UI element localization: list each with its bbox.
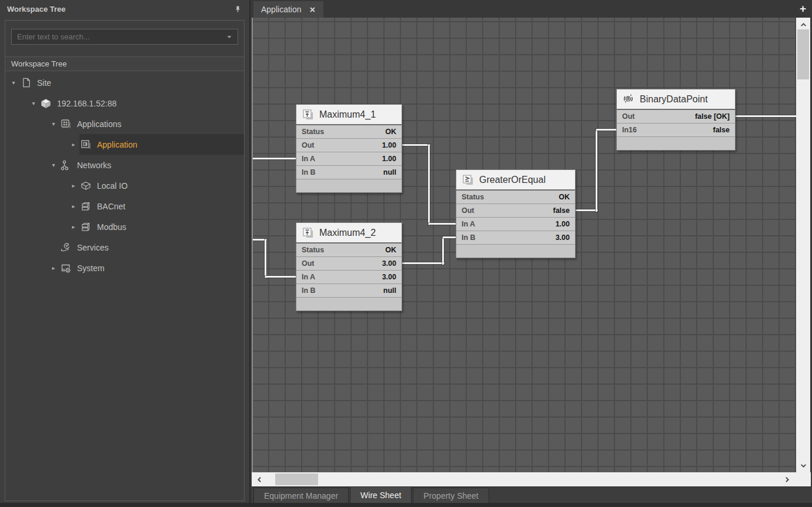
- tree-item-system[interactable]: ▸System: [5, 258, 244, 278]
- block-binarydatapoint[interactable]: BBinaryDataPointOutfalse [OK]In16false: [616, 89, 736, 151]
- block-row-maximum4-2-in-a[interactable]: In A3.00: [296, 271, 402, 284]
- caret-collapsed-icon[interactable]: ▸: [69, 224, 78, 230]
- slot-value: OK: [385, 128, 396, 136]
- slot-value: 1.00: [382, 141, 396, 149]
- block-row-binarydatapoint-out[interactable]: Outfalse [OK]: [617, 110, 735, 124]
- slot-value: OK: [559, 193, 570, 201]
- block-row-maximum4-2-out[interactable]: Out3.00: [296, 257, 402, 271]
- vertical-scrollbar-thumb[interactable]: [797, 29, 809, 79]
- block-header[interactable]: Maximum4_2: [296, 223, 402, 244]
- caret-expanded-icon[interactable]: ▾: [49, 121, 58, 127]
- block-row-greaterorequal-out[interactable]: Outfalse: [456, 204, 575, 218]
- caret-collapsed-icon[interactable]: ▸: [49, 265, 58, 271]
- tree-item-label: Site: [37, 78, 51, 88]
- view-tab-equipment-manager[interactable]: Equipment Manager: [253, 488, 349, 503]
- tree-item-label: BACnet: [97, 202, 125, 211]
- tree-item-applications[interactable]: ▾Applications: [5, 114, 244, 134]
- block-title: Maximum4_1: [319, 109, 376, 120]
- horizontal-scrollbar-thumb[interactable]: [275, 473, 318, 485]
- block-header[interactable]: BBinaryDataPoint: [617, 89, 735, 110]
- workspace-tree: ▾Site▾192.168.1.52:88▾Applications▸Appli…: [5, 71, 244, 278]
- wire-offscreen-left-to-maximum4-1-in-a[interactable]: [253, 158, 298, 159]
- block-row-maximum4-2-status[interactable]: StatusOK: [296, 244, 402, 257]
- block-maximum4-2[interactable]: Maximum4_2StatusOKOut3.00In A3.00In Bnul…: [296, 222, 402, 311]
- wire-maximum4-1-out-to-greaterorequal-in-a[interactable]: [429, 223, 457, 225]
- block-row-binarydatapoint-in16[interactable]: In16false: [617, 124, 735, 137]
- caret-collapsed-icon[interactable]: ▸: [69, 182, 78, 189]
- add-tab-button[interactable]: +: [800, 2, 806, 16]
- slot-label: Status: [302, 128, 324, 136]
- scroll-up-icon[interactable]: [796, 19, 810, 31]
- tree-item-local-io[interactable]: ▸Local IO: [5, 175, 244, 196]
- wire-maximum4-1-out-to-greaterorequal-in-a[interactable]: [402, 144, 430, 146]
- services-hand-check-icon: [59, 241, 72, 254]
- block-maximum4-1[interactable]: Maximum4_1StatusOKOut1.00In A1.00In Bnul…: [296, 104, 402, 193]
- block-header[interactable]: GreaterOrEqual: [456, 170, 575, 191]
- scroll-left-icon[interactable]: [253, 472, 266, 486]
- wire-greaterorequal-out-to-binarydatapoint-in16[interactable]: [576, 209, 598, 211]
- tree-item-label: Modbus: [97, 222, 126, 232]
- slot-label: In B: [462, 234, 476, 242]
- wire-offscreen-left-to-maximum4-2-in-a[interactable]: [265, 239, 266, 278]
- tab-application[interactable]: Application: [253, 1, 323, 18]
- block-header[interactable]: Maximum4_1: [296, 105, 402, 125]
- block-footer: [296, 179, 402, 192]
- block-row-maximum4-1-in-b[interactable]: In Bnull: [296, 166, 402, 179]
- block-row-maximum4-2-in-b[interactable]: In Bnull: [296, 284, 402, 298]
- wire-sheet-canvas[interactable]: Maximum4_1StatusOKOut1.00In A1.00In Bnul…: [252, 18, 796, 472]
- stacked-boxes-icon: [79, 221, 92, 234]
- caret-expanded-icon[interactable]: ▾: [9, 79, 18, 86]
- tree-item-services[interactable]: Services: [5, 237, 244, 258]
- tree-item-application[interactable]: ▸Application: [5, 134, 244, 155]
- block-row-greaterorequal-in-a[interactable]: In A1.00: [456, 218, 575, 231]
- tree-item-site[interactable]: ▾Site: [5, 72, 244, 93]
- slot-label: Out: [302, 259, 315, 268]
- caret-expanded-icon[interactable]: ▾: [29, 100, 38, 106]
- block-row-greaterorequal-in-b[interactable]: In B3.00: [456, 231, 575, 245]
- main-area: Application + Maximum4_1StatusOKOut1.00I…: [252, 0, 812, 507]
- wire-maximum4-1-out-to-greaterorequal-in-a[interactable]: [428, 145, 430, 225]
- document-tabbar: Application +: [252, 0, 812, 18]
- tree-item-modbus[interactable]: ▸Modbus: [5, 216, 244, 237]
- block-greaterorequal[interactable]: GreaterOrEqualStatusOKOutfalseIn A1.00In…: [456, 169, 576, 258]
- wire-offscreen-left-to-maximum4-2-in-a[interactable]: [265, 276, 298, 278]
- tree-item-label: Services: [77, 243, 109, 252]
- slot-value: 3.00: [556, 234, 570, 242]
- view-tab-property-sheet[interactable]: Property Sheet: [413, 488, 489, 503]
- workspace-tree-body: Workspace Tree ▾Site▾192.168.1.52:88▾App…: [5, 20, 245, 501]
- tree-section-header: Workspace Tree: [5, 56, 244, 71]
- wire-binarydatapoint-out-to-offscreen-right[interactable]: [736, 115, 796, 117]
- vertical-scrollbar[interactable]: [796, 18, 810, 472]
- block-row-maximum4-1-in-a[interactable]: In A1.00: [296, 152, 402, 166]
- caret-collapsed-icon[interactable]: ▸: [69, 141, 78, 148]
- chevron-down-icon[interactable]: [226, 34, 232, 40]
- close-icon[interactable]: [309, 6, 316, 13]
- tree-item-bacnet[interactable]: ▸BACnet: [5, 196, 244, 216]
- scroll-down-icon[interactable]: [796, 459, 810, 471]
- wire-maximum4-2-out-to-greaterorequal-in-b[interactable]: [442, 237, 444, 265]
- wire-greaterorequal-out-to-binarydatapoint-in16[interactable]: [596, 129, 618, 131]
- view-tab-label: Property Sheet: [423, 491, 478, 501]
- caret-expanded-icon[interactable]: ▾: [49, 162, 58, 168]
- horizontal-scrollbar[interactable]: [252, 472, 811, 486]
- search-combobox[interactable]: [11, 29, 238, 45]
- block-row-greaterorequal-status[interactable]: StatusOK: [456, 191, 575, 204]
- search-input[interactable]: [17, 32, 226, 41]
- block-row-maximum4-1-out[interactable]: Out1.00: [296, 139, 402, 152]
- caret-collapsed-icon[interactable]: ▸: [69, 203, 78, 209]
- slot-value: 3.00: [382, 273, 396, 281]
- wire-maximum4-2-out-to-greaterorequal-in-b[interactable]: [402, 262, 445, 264]
- tree-item-label: Local IO: [97, 181, 128, 191]
- tree-item-192-168-1-52-88[interactable]: ▾192.168.1.52:88: [5, 93, 244, 114]
- pin-icon[interactable]: [233, 4, 242, 14]
- scroll-right-icon[interactable]: [780, 472, 793, 486]
- block-title: Maximum4_2: [319, 228, 376, 238]
- tree-item-networks[interactable]: ▾Networks: [5, 155, 244, 175]
- device-cube-icon: [39, 97, 52, 110]
- slot-value: null: [383, 168, 396, 176]
- block-row-maximum4-1-status[interactable]: StatusOK: [296, 125, 402, 139]
- slot-label: In A: [462, 220, 475, 228]
- workspace-tree-title: Workspace Tree: [7, 5, 65, 14]
- view-tab-wire-sheet[interactable]: Wire Sheet: [350, 486, 412, 503]
- wire-greaterorequal-out-to-binarydatapoint-in16[interactable]: [596, 129, 597, 212]
